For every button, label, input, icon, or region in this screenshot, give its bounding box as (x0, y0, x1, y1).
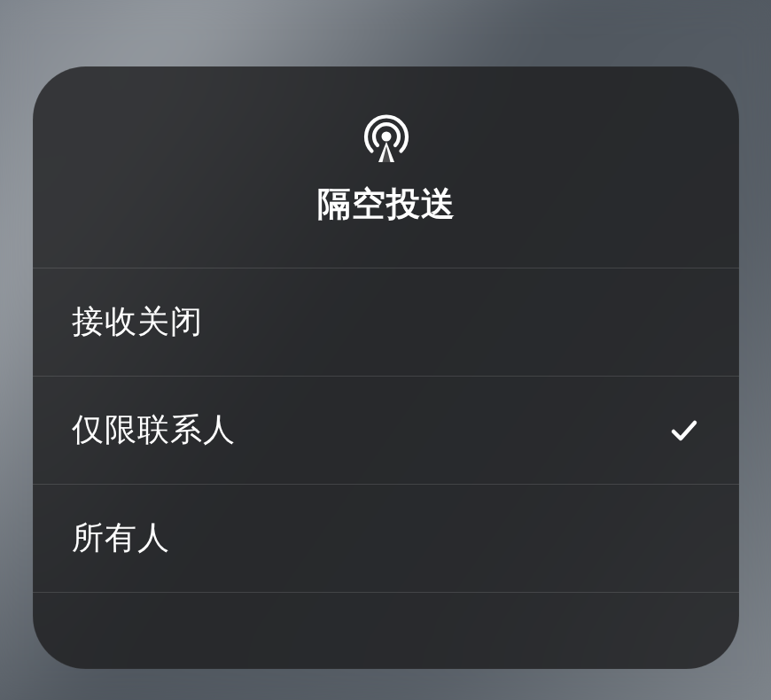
airdrop-icon (359, 107, 414, 162)
panel-title: 隔空投送 (317, 182, 456, 227)
option-label: 接收关闭 (72, 300, 203, 344)
options-list: 接收关闭 仅限联系人 所有人 (33, 268, 739, 593)
checkmark-icon (668, 415, 700, 447)
option-everyone[interactable]: 所有人 (33, 485, 739, 593)
airdrop-settings-panel: 隔空投送 接收关闭 仅限联系人 所有人 (33, 66, 739, 669)
panel-header: 隔空投送 (33, 66, 739, 268)
option-label: 仅限联系人 (72, 408, 236, 452)
option-contacts-only[interactable]: 仅限联系人 (33, 377, 739, 485)
option-receiving-off[interactable]: 接收关闭 (33, 268, 739, 377)
option-label: 所有人 (72, 517, 170, 560)
svg-point-0 (381, 132, 391, 142)
